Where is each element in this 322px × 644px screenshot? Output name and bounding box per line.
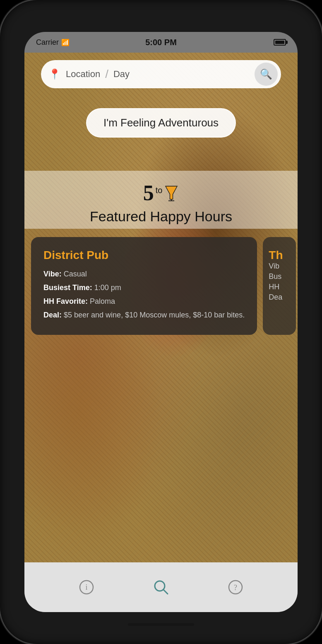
help-tab[interactable]: ?: [223, 575, 248, 600]
status-bar: Carrier 📶 5:00 PM: [24, 32, 298, 53]
logo-superscript: to: [156, 186, 163, 195]
search-icon: [153, 579, 169, 596]
search-divider: /: [105, 68, 108, 80]
hhfav-label-0: HH Favorite:: [43, 297, 90, 305]
featured-title: Featured Happy Hours: [90, 208, 232, 225]
search-bar[interactable]: 📍 Location / Day 🔍: [41, 60, 281, 88]
app-logo: 5 to: [143, 181, 179, 205]
venue-card-title-0: District Pub: [43, 249, 245, 262]
venue-deal-1: Dea: [269, 293, 290, 302]
cocktail-glass-icon: [164, 184, 179, 202]
search-icon: 🔍: [260, 68, 272, 80]
svg-text:i: i: [85, 583, 87, 591]
deal-value-0: $5 beer and wine, $10 Moscow mules, $8-1…: [64, 311, 245, 319]
vibe-value-0: Casual: [64, 270, 87, 278]
deal-label-0: Deal:: [43, 311, 64, 319]
vibe-label-0: Vibe:: [43, 270, 64, 278]
feeling-adventurous-button[interactable]: I'm Feeling Adventurous: [86, 108, 236, 138]
wifi-icon: 📶: [61, 39, 70, 46]
info-icon: i: [79, 580, 94, 595]
carrier-label: Carrier 📶: [36, 38, 70, 47]
venue-hhfav-1: HH: [269, 283, 290, 291]
info-tab[interactable]: i: [74, 575, 99, 600]
featured-section: 5 to: [24, 171, 298, 343]
location-pin-icon: 📍: [48, 68, 61, 80]
venue-hhfav-0: HH Favorite: Paloma: [43, 296, 245, 307]
battery-icon: [274, 39, 286, 46]
phone-screen: Carrier 📶 5:00 PM 📍 Lo: [24, 32, 298, 612]
venue-deal-0: Deal: $5 beer and wine, $10 Moscow mules…: [43, 310, 245, 321]
day-input[interactable]: Day: [113, 69, 250, 80]
venue-busiest-0: Busiest Time: 1:00 pm: [43, 282, 245, 293]
featured-overlay: 5 to: [24, 171, 298, 229]
hhfav-value-0: Paloma: [90, 297, 115, 305]
adventurous-label: I'm Feeling Adventurous: [103, 116, 219, 129]
carrier-text: Carrier: [36, 38, 59, 47]
logo-number: 5: [143, 181, 154, 205]
content-overlay: 📍 Location / Day 🔍 I'm Feeling Adventuro…: [24, 53, 298, 343]
venue-card-1[interactable]: Th Vib Bus HH Dea: [263, 237, 296, 335]
battery-fill: [275, 41, 284, 44]
status-time: 5:00 PM: [145, 38, 177, 47]
cards-row: District Pub Vibe: Casual Busiest Time: …: [24, 229, 298, 343]
battery-indicator: [274, 39, 286, 46]
venue-vibe-1: Vib: [269, 262, 290, 271]
svg-text:?: ?: [234, 583, 237, 592]
busiest-value-0: 1:00 pm: [94, 283, 121, 292]
venue-vibe-0: Vibe: Casual: [43, 269, 245, 280]
tab-bar: i ?: [24, 562, 298, 612]
home-indicator: [128, 623, 194, 626]
venue-card-title-1: Th: [269, 249, 290, 262]
hero-area: 📍 Location / Day 🔍 I'm Feeling Adventuro…: [24, 53, 298, 562]
help-icon: ?: [228, 580, 243, 595]
venue-busiest-1: Bus: [269, 272, 290, 281]
search-button[interactable]: 🔍: [255, 63, 278, 86]
phone-frame: Carrier 📶 5:00 PM 📍 Lo: [0, 0, 322, 644]
location-input[interactable]: Location: [66, 69, 100, 80]
svg-line-7: [163, 590, 168, 594]
venue-card-0[interactable]: District Pub Vibe: Casual Busiest Time: …: [31, 237, 257, 335]
search-tab[interactable]: [149, 575, 173, 600]
busiest-label-0: Busiest Time:: [43, 283, 94, 292]
